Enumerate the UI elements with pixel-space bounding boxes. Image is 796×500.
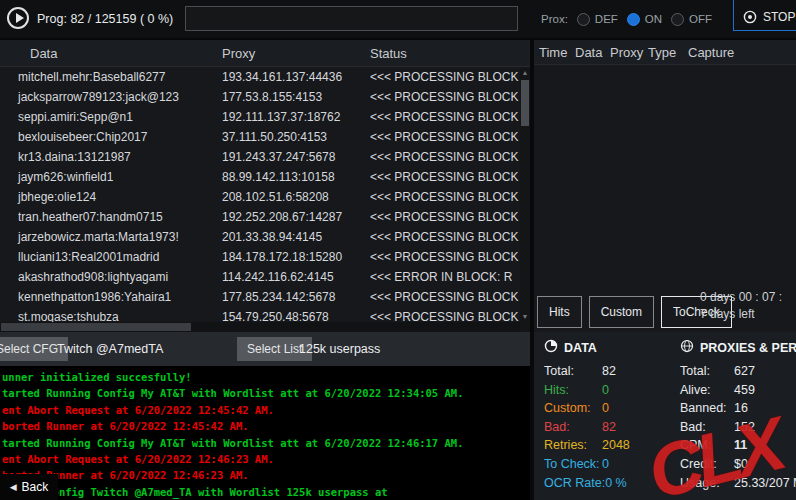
stat-label: Retries: [544, 436, 602, 455]
column-header-proxy[interactable]: Proxy [222, 46, 370, 61]
log-line: tarted Running Config My AT&T with Wordl… [2, 385, 530, 401]
stop-button[interactable]: STOP [733, 0, 796, 31]
stat-row: Hits: 0 [544, 381, 676, 400]
table-row[interactable]: tran.heather07:handm0715 192.252.208.67:… [0, 207, 520, 227]
stat-row: Bad: 82 [544, 418, 676, 437]
topbar-input[interactable] [185, 6, 518, 31]
table-row[interactable]: akashrathod908:lightyagami 114.242.116.6… [0, 267, 520, 287]
timer-days-left: 7 days left [700, 306, 782, 323]
stat-value: 2048 [602, 436, 630, 455]
row-proxy: 208.102.51.6:58208 [222, 190, 370, 204]
table-row[interactable]: lluciani13:Real2001madrid 184.178.172.18… [0, 247, 520, 267]
row-proxy: 177.85.234.142:5678 [222, 290, 370, 304]
column-header-status[interactable]: Status [370, 46, 530, 61]
stat-row: OCR Rate: 0 % [544, 474, 676, 493]
stat-row: Retries: 2048 [544, 436, 676, 455]
stat-row: Total: 82 [544, 362, 676, 381]
table-row[interactable]: seppi.amiri:Sepp@n1 192.111.137.37:18762… [0, 107, 520, 127]
selected-config-name: Twitch @A7medTA [57, 342, 163, 356]
row-status: <<< PROCESSING BLOCK [370, 290, 520, 304]
results-column-type[interactable]: Type [648, 45, 688, 60]
horizontal-scrollbar[interactable] [0, 322, 520, 332]
stat-value: 16 [734, 399, 748, 418]
stat-row: Custom: 0 [544, 399, 676, 418]
table-row[interactable]: jarzebowicz.marta:Marta1973! 201.33.38.9… [0, 227, 520, 247]
row-status: <<< PROCESSING BLOCK [370, 90, 520, 104]
row-proxy: 114.242.116.62:4145 [222, 270, 370, 284]
back-arrow-icon: ◀ [10, 482, 17, 492]
progress-readout: Prog: 82 / 125159 ( 0 %) [37, 12, 173, 26]
stat-label: CPM: [680, 436, 734, 455]
data-stats-column: DATA Total: 82 Hits: 0 Custom: 0 Bad: 82… [544, 339, 676, 492]
stat-label: Alive: [680, 381, 734, 400]
progress-value: 82 / 125159 ( 0 %) [70, 12, 173, 26]
row-data: seppi.amiri:Sepp@n1 [0, 110, 222, 124]
row-status: <<< PROCESSING BLOCK [370, 170, 520, 184]
row-data: tran.heather07:handm0715 [0, 210, 222, 224]
stat-value: 82 [602, 418, 616, 437]
table-row[interactable]: bexlouisebeer:Chip2017 37.111.50.250:415… [0, 127, 520, 147]
stat-label: Bad: [544, 418, 602, 437]
pie-chart-icon [544, 339, 558, 356]
vertical-scrollbar[interactable]: ▲ ▼ [520, 67, 530, 322]
stat-label: Credit: [680, 455, 734, 474]
stat-label: Bad: [680, 418, 734, 437]
stat-row: Bad: 152 [680, 418, 796, 437]
prox-off-label: OFF [689, 13, 712, 25]
back-button[interactable]: ◀ Back [0, 474, 58, 500]
row-status: <<< PROCESSING BLOCK [370, 110, 520, 124]
log-line: ent Abort Request at 6/20/2022 12:46:23 … [2, 451, 530, 467]
row-status: <<< PROCESSING BLOCK [370, 130, 520, 144]
stat-label: Custom: [544, 399, 602, 418]
results-column-capture[interactable]: Capture [688, 45, 796, 60]
radio-circle-icon [577, 13, 590, 26]
runner-log-console[interactable]: unner initialized succesfully! tarted Ru… [0, 366, 530, 500]
prox-on-radio[interactable]: ON [627, 13, 662, 26]
table-row[interactable]: st.mogase:tshubza 154.79.250.48:5678 <<<… [0, 307, 520, 322]
runner-window: Prog: 82 / 125159 ( 0 %) Prox: DEF ON OF… [0, 0, 796, 500]
prox-off-radio[interactable]: OFF [671, 13, 712, 26]
column-header-data[interactable]: Data [0, 46, 222, 61]
timer-elapsed: 0 days 00 : 07 : [700, 289, 782, 306]
stats-panel: DATA Total: 82 Hits: 0 Custom: 0 Bad: 82… [534, 332, 796, 500]
proxies-stats-header: PROXIES & PERF [680, 339, 796, 356]
row-data: mitchell.mehr:Baseball6277 [0, 70, 222, 84]
table-row[interactable]: kennethpatton1986:Yahaira1 177.85.234.14… [0, 287, 520, 307]
row-status: <<< PROCESSING BLOCK [370, 150, 520, 164]
scrollbar-thumb[interactable] [521, 80, 529, 126]
row-proxy: 37.111.50.250:4153 [222, 130, 370, 144]
row-data: st.mogase:tshubza [0, 310, 222, 322]
config-bar: Select CFG Twitch @A7medTA Select List 1… [0, 332, 530, 366]
table-row[interactable]: mitchell.mehr:Baseball6277 193.34.161.13… [0, 67, 520, 87]
stat-row: Total: 627 [680, 362, 796, 381]
grid-rows: mitchell.mehr:Baseball6277 193.34.161.13… [0, 67, 520, 322]
results-column-proxy[interactable]: Proxy [610, 45, 648, 60]
table-row[interactable]: jbhege:olie124 208.102.51.6:58208 <<< PR… [0, 187, 520, 207]
back-button-label: Back [22, 480, 49, 494]
table-row[interactable]: jacksparrow789123:jack@123 177.53.8.155:… [0, 87, 520, 107]
tab-custom[interactable]: Custom [589, 296, 654, 328]
row-proxy: 192.111.137.37:18762 [222, 110, 370, 124]
prox-def-radio[interactable]: DEF [577, 13, 618, 26]
table-row[interactable]: jaym626:winfield1 88.99.142.113:10158 <<… [0, 167, 520, 187]
proxies-stats-column: PROXIES & PERF Total: 627 Alive: 459 Ban… [680, 339, 796, 492]
table-row[interactable]: kr13.daina:13121987 191.243.37.247:5678 … [0, 147, 520, 167]
log-line: unner initialized succesfully! [2, 369, 530, 385]
results-column-time[interactable]: Time [539, 45, 575, 60]
row-data: kennethpatton1986:Yahaira1 [0, 290, 222, 304]
row-data: lluciani13:Real2001madrid [0, 250, 222, 264]
row-proxy: 192.252.208.67:14287 [222, 210, 370, 224]
row-data: jarzebowicz.marta:Marta1973! [0, 230, 222, 244]
stat-value: $0 [734, 455, 748, 474]
selected-wordlist-name: 125k userpass [299, 342, 380, 356]
row-status: <<< PROCESSING BLOCK [370, 310, 520, 322]
progress-label: Prog: [37, 12, 67, 26]
stat-label: Total: [544, 362, 602, 381]
scrollbar-thumb[interactable] [1, 323, 191, 331]
scroll-down-icon[interactable]: ▼ [520, 311, 530, 322]
tab-hits[interactable]: Hits [537, 296, 582, 328]
scroll-up-icon[interactable]: ▲ [520, 67, 530, 78]
scrollbar-corner [520, 322, 530, 332]
results-column-data[interactable]: Data [575, 45, 610, 60]
topbar: Prog: 82 / 125159 ( 0 %) Prox: DEF ON OF… [0, 0, 796, 38]
